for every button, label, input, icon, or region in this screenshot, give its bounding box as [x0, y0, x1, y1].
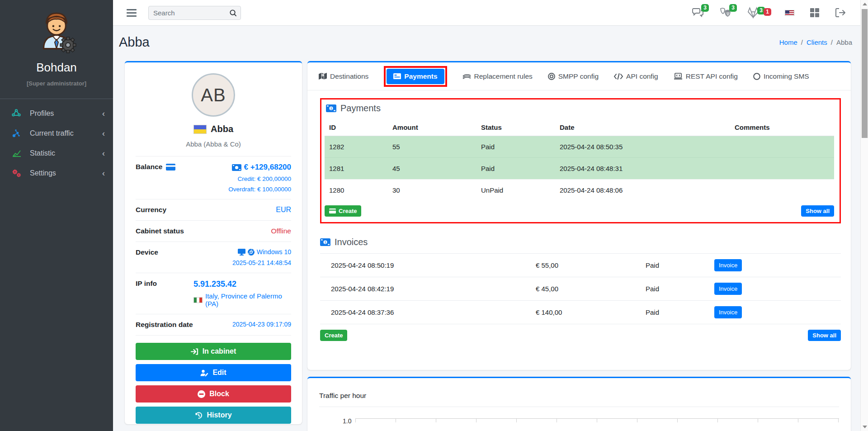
client-detail-card: Destinations Payments Replacement rules … [307, 61, 851, 370]
create-payment-button[interactable]: Create [325, 205, 361, 217]
money-bill-icon: 1 [326, 104, 336, 112]
block-label: Block [209, 390, 229, 398]
money-bill-icon: 1 [320, 238, 330, 246]
tab-label: Payments [404, 72, 437, 81]
credit-card-icon [329, 208, 336, 213]
sidebar-item-statistic[interactable]: Statistic ‹ [0, 143, 113, 163]
us-flag-icon[interactable] [785, 10, 794, 16]
history-button[interactable]: History [136, 407, 291, 424]
registration-value: 2025-04-23 09:17:09 [232, 321, 291, 328]
sidebar-item-settings[interactable]: Settings ‹ [0, 163, 113, 183]
sidebar-item-profiles[interactable]: Profiles ‹ [0, 104, 113, 123]
tab-label: Replacement rules [474, 72, 533, 81]
invoice-button[interactable]: Invoice [714, 306, 742, 318]
invoices-show-all-button[interactable]: Show all [808, 330, 841, 341]
chat-icon[interactable]: 3 [692, 7, 704, 18]
payment-amount: 30 [388, 180, 476, 201]
payments-show-all-button[interactable]: Show all [801, 205, 834, 217]
scrollbar-up-arrow[interactable] [863, 3, 867, 5]
profile-actions: In cabinet Edit Block History [136, 343, 291, 424]
col-id: ID [325, 120, 388, 136]
search-input[interactable] [153, 9, 229, 17]
device-os: Windows 10 [257, 248, 291, 256]
create-invoice-button[interactable]: Create [320, 330, 347, 341]
chevron-left-icon: ‹ [102, 169, 105, 177]
app-window: Bohdan [Super administrator] Profiles ‹ [0, 0, 868, 431]
edit-button[interactable]: Edit [136, 364, 291, 381]
tab-bar: Destinations Payments Replacement rules … [307, 62, 851, 90]
edit-label: Edit [212, 369, 226, 377]
breadcrumb-clients[interactable]: Clients [807, 38, 827, 46]
payments-table: ID Amount Status Date Comments 1282 55 P… [325, 120, 834, 201]
y-axis-tick: 1.0 [343, 418, 351, 424]
payment-status: UnPaid [476, 180, 555, 201]
masks-icon[interactable]: 3 [719, 7, 731, 18]
sidebar-divider [0, 99, 113, 99]
chevron-left-icon: ‹ [102, 129, 105, 137]
admin-avatar-icon [31, 7, 82, 58]
ip-location: Italy, Province of Palermo (PA) [205, 292, 291, 308]
block-button[interactable]: Block [136, 385, 291, 403]
tab-incoming-sms[interactable]: Incoming SMS [753, 72, 809, 81]
sidebar-item-label: Current traffic [30, 129, 74, 137]
masks-badge: 3 [729, 4, 737, 12]
search-icon[interactable] [229, 9, 237, 17]
gitlab-icon[interactable]: 3 1 [747, 7, 760, 19]
history-icon [195, 412, 203, 419]
tab-smpp-config[interactable]: SMPP config [548, 72, 599, 81]
laptop-code-icon [674, 73, 683, 80]
ip-info-row: IP info 5.91.235.42 Italy, Province of P… [136, 273, 291, 314]
invoice-button[interactable]: Invoice [714, 259, 742, 271]
sidebar-item-current-traffic[interactable]: Current traffic ‹ [0, 123, 113, 143]
chart-axis [355, 418, 839, 422]
invoice-amount: € 140,00 [536, 308, 646, 316]
tab-payments[interactable]: Payments [387, 69, 444, 84]
menu-icon[interactable] [127, 7, 137, 19]
tab-destinations[interactable]: Destinations [319, 72, 368, 81]
invoices-section-title: 1 Invoices [320, 237, 841, 247]
ip-location-line: Italy, Province of Palermo (PA) [193, 292, 291, 308]
page-title: Abba [119, 35, 150, 50]
invoice-row: 2025-04-24 08:50:19 € 55,00 Paid Invoice [320, 254, 841, 277]
page-header: Abba Home / Clients / Abba [113, 26, 860, 50]
invoices-footer: Create Show all [320, 330, 841, 341]
invoice-amount: € 45,00 [536, 285, 646, 293]
tab-rest-api-config[interactable]: REST API config [674, 72, 738, 81]
payment-date: 2025-04-24 08:48:06 [555, 180, 730, 201]
invoice-row: 2025-04-24 08:37:36 € 140,00 Paid Invoic… [320, 301, 841, 324]
overdraft-value: Overdraft: € 100,00000 [228, 186, 291, 193]
currency-row: Currency EUR [136, 199, 291, 221]
ip-address: 5.91.235.42 [193, 279, 291, 289]
col-date: Date [555, 120, 730, 136]
payment-comments [730, 180, 834, 201]
currency-value: EUR [276, 206, 291, 214]
tab-api-config[interactable]: API config [614, 72, 658, 81]
breadcrumb-home[interactable]: Home [779, 38, 797, 46]
tab-replacement-rules[interactable]: Replacement rules [462, 72, 533, 81]
chrome-icon [248, 249, 255, 256]
scrollbar-down-arrow[interactable] [863, 426, 867, 428]
invoice-date: 2025-04-24 08:50:19 [331, 261, 536, 269]
tab-label: API config [626, 72, 658, 81]
settings-gears-icon [12, 169, 24, 178]
chevron-left-icon: ‹ [102, 149, 105, 157]
invoice-row: 2025-04-24 08:42:19 € 45,00 Paid Invoice [320, 277, 841, 301]
payment-comments [730, 158, 834, 180]
scrollbar-thumb[interactable] [862, 9, 868, 138]
invoice-date: 2025-04-24 08:42:19 [331, 285, 536, 293]
cabinet-status-value: Offline [271, 227, 291, 235]
logout-icon[interactable] [835, 8, 846, 18]
gitlab-badge-red: 1 [764, 8, 771, 16]
traffic-card: Traffic per hour 1.0 [307, 377, 851, 431]
page-scrollbar[interactable] [860, 0, 868, 431]
invoice-button[interactable]: Invoice [714, 283, 742, 295]
grid-icon[interactable] [810, 8, 820, 18]
map-icon [319, 73, 327, 80]
invoice-status: Paid [646, 308, 714, 316]
sign-in-icon [191, 348, 198, 355]
payments-title: Payments [340, 103, 381, 114]
in-cabinet-button[interactable]: In cabinet [136, 343, 291, 360]
admin-role: [Super administrator] [0, 80, 113, 87]
divider [319, 407, 839, 407]
sidebar-item-label: Profiles [30, 109, 54, 118]
